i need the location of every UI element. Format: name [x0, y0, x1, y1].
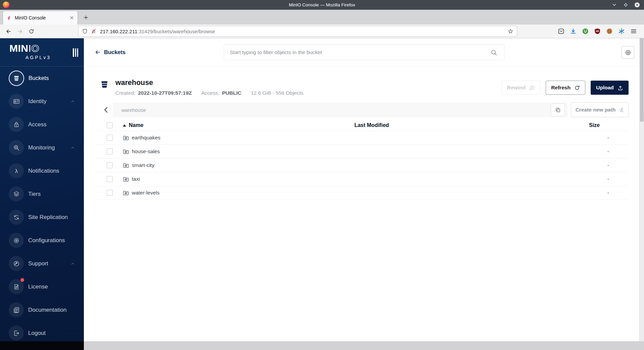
reload-button[interactable] — [25, 26, 37, 37]
sidebar-item-support[interactable]: Support — [0, 252, 84, 275]
table-row-taxi[interactable]: taxi - — [95, 172, 629, 186]
sidebar-item-tiers[interactable]: Tiers — [0, 182, 84, 206]
window-maximize-icon[interactable] — [623, 2, 629, 8]
current-path: warehouse — [121, 107, 146, 113]
sidebar-item-buckets[interactable]: Buckets — [0, 67, 84, 90]
current-path-box: warehouse — [113, 102, 568, 117]
row-checkbox[interactable] — [107, 135, 113, 141]
object-name[interactable]: smart-city — [132, 162, 154, 168]
insecure-lock-icon[interactable] — [91, 29, 96, 34]
path-back-icon[interactable] — [102, 106, 110, 114]
tab-close-icon[interactable] — [69, 15, 74, 20]
sidebar-item-label: Documentation — [28, 307, 66, 313]
tab-minio-console[interactable]: MinIO Console — [3, 11, 77, 25]
scrollbar-thumb[interactable] — [640, 38, 644, 122]
bucket-access: PUBLIC — [222, 90, 241, 96]
row-checkbox[interactable] — [107, 162, 113, 168]
back-to-buckets-link[interactable]: Buckets — [95, 49, 125, 55]
column-header-size[interactable]: Size — [466, 122, 629, 128]
window-title: MinIO Console — Mozilla Firefox — [0, 2, 644, 7]
table-row-water-levels[interactable]: water-levels - — [95, 186, 629, 200]
menu-glyph-icon — [13, 283, 20, 290]
downloads-icon[interactable] — [570, 28, 577, 35]
sidebar-item-documentation[interactable]: Documentation — [0, 298, 84, 321]
tab-bar: MinIO Console — [0, 10, 644, 25]
sidebar-item-license[interactable]: License — [0, 275, 84, 298]
object-name[interactable]: earthquakes — [132, 135, 160, 141]
bucket-browser: warehouse Created:2022-10-27T09:57:19Z A… — [95, 79, 629, 200]
row-checkbox[interactable] — [107, 176, 113, 182]
object-size: - — [466, 190, 629, 196]
column-header-last-modified[interactable]: Last Modified — [278, 122, 466, 128]
folder-icon — [123, 176, 129, 182]
select-all-checkbox[interactable] — [107, 122, 113, 128]
url-text[interactable]: 217.160.222.211:31429/buckets/warehouse/… — [100, 29, 508, 34]
forward-button[interactable] — [14, 26, 25, 37]
copy-path-button[interactable] — [551, 103, 565, 116]
gear-icon — [625, 49, 632, 56]
menu-glyph-icon — [13, 144, 20, 151]
sort-ascending-icon[interactable] — [123, 124, 126, 127]
window-close-icon[interactable] — [634, 2, 640, 8]
table-row-earthquakes[interactable]: earthquakes - — [95, 131, 629, 145]
app-menu-icon[interactable] — [630, 28, 637, 35]
cookie-extension-icon[interactable] — [606, 28, 613, 35]
settings-button[interactable] — [622, 46, 634, 59]
table-row-smart-city[interactable]: smart-city - — [95, 159, 629, 172]
new-tab-button[interactable] — [81, 12, 91, 23]
sidebar-collapse-button[interactable] — [73, 48, 78, 57]
window-controls — [611, 0, 640, 10]
create-new-path-button[interactable]: Create new path — [571, 102, 629, 117]
sidebar-item-label: Site Replication — [28, 214, 68, 221]
upload-button[interactable]: Upload — [591, 81, 629, 95]
multicolor-extension-icon[interactable] — [618, 28, 625, 35]
column-header-name[interactable]: Name — [129, 122, 144, 128]
page-scrollbar[interactable] — [639, 38, 644, 350]
sidebar-item-site-replication[interactable]: Site Replication — [0, 206, 84, 229]
folder-icon — [123, 148, 129, 155]
menu-glyph-icon — [13, 121, 20, 128]
window-minimize-icon[interactable] — [611, 2, 617, 8]
folder-icon — [123, 135, 129, 141]
back-button[interactable] — [3, 26, 14, 37]
object-name[interactable]: house-sales — [132, 148, 160, 155]
menu-glyph-icon — [13, 260, 20, 267]
menu-glyph-icon — [13, 98, 20, 105]
minio-favicon — [6, 15, 12, 21]
sidebar-item-icon — [9, 256, 24, 271]
adblock-shield-icon[interactable]: U0 — [594, 28, 601, 35]
sidebar-item-identity[interactable]: Identity — [0, 90, 84, 113]
sidebar-item-label: Buckets — [29, 75, 49, 82]
menu-glyph-icon — [13, 75, 20, 82]
url-bar[interactable]: 217.160.222.211:31429/buckets/warehouse/… — [78, 26, 517, 37]
sidebar-item-label: Logout — [28, 330, 46, 337]
sidebar-item-icon — [9, 325, 24, 341]
back-arrow-icon — [6, 29, 11, 34]
object-name[interactable]: taxi — [132, 176, 140, 182]
table-header-row: Name Last Modified Size — [95, 120, 629, 131]
row-checkbox[interactable] — [107, 190, 113, 196]
sidebar-item-monitoring[interactable]: Monitoring — [0, 136, 84, 159]
row-checkbox[interactable] — [107, 148, 113, 155]
sidebar-item-configurations[interactable]: Configurations — [0, 229, 84, 252]
tracking-shield-icon[interactable] — [82, 29, 88, 34]
path-bar: warehouse Create new path — [95, 102, 629, 117]
sidebar-item-access[interactable]: Access — [0, 113, 84, 136]
sidebar-item-label: Support — [28, 260, 48, 267]
sidebar-item-icon — [9, 302, 24, 317]
table-row-house-sales[interactable]: house-sales - — [95, 145, 629, 159]
search-input[interactable] — [229, 49, 491, 56]
sidebar-item-icon — [9, 94, 24, 109]
bucket-name: warehouse — [115, 79, 304, 87]
object-name[interactable]: water-levels — [132, 190, 160, 196]
sidebar: MINIO AGPLv3 Buckets Identity — [0, 38, 84, 350]
sidebar-item-icon — [9, 71, 24, 86]
license-type-label: AGPLv3 — [25, 55, 51, 60]
pocket-icon[interactable] — [558, 28, 565, 35]
privacy-extension-icon[interactable] — [582, 28, 589, 35]
sidebar-item-notifications[interactable]: λ Notifications — [0, 159, 84, 182]
refresh-button[interactable]: Refresh — [546, 81, 585, 95]
bookmark-star-icon[interactable] — [508, 29, 513, 34]
copy-icon — [555, 107, 561, 113]
folder-icon — [123, 162, 129, 169]
